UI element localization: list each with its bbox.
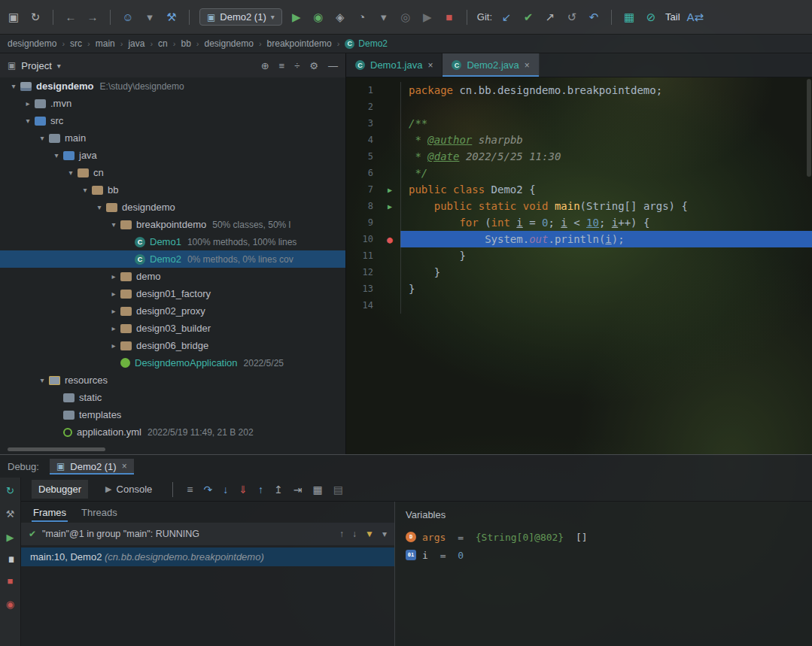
- code-area[interactable]: 1package cn.bb.designdemo.breakpointdemo…: [346, 77, 812, 454]
- chevron-right-icon[interactable]: ▸: [108, 290, 120, 298]
- breadcrumb-item[interactable]: designdemo: [205, 38, 254, 49]
- tree-item-main[interactable]: ▾main: [0, 129, 345, 147]
- tree-item-design06_bridge[interactable]: ▸design06_bridge: [0, 337, 345, 354]
- mute-breakpoints-icon[interactable]: ≡: [187, 484, 193, 496]
- code-line[interactable]: 14: [346, 297, 812, 314]
- git-rollback-icon[interactable]: ↶: [586, 11, 601, 24]
- save-all-icon[interactable]: ▣: [6, 11, 21, 24]
- user-icon[interactable]: ☺: [120, 11, 135, 23]
- variable-row-i[interactable]: 01i = 0: [406, 546, 801, 564]
- tree-item-src[interactable]: ▾src: [0, 112, 345, 129]
- collapse-all-icon[interactable]: ÷: [294, 60, 300, 71]
- editor-tab-Demo1.java[interactable]: CDemo1.java×: [346, 53, 442, 77]
- expand-all-icon[interactable]: ≡: [279, 60, 285, 71]
- force-step-into-icon[interactable]: ⇓: [239, 484, 248, 496]
- no-entry-icon[interactable]: ⊘: [643, 11, 658, 24]
- attach-icon[interactable]: ◎: [398, 11, 413, 24]
- coverage-icon[interactable]: ◈: [333, 11, 348, 24]
- code-line[interactable]: 1package cn.bb.designdemo.breakpointdemo…: [346, 82, 812, 99]
- git-update-icon[interactable]: ↙: [499, 11, 514, 24]
- next-frame-icon[interactable]: ↓: [352, 529, 357, 539]
- breakpoint-icon[interactable]: ●: [379, 234, 400, 245]
- tree-item-.mvn[interactable]: ▸.mvn: [0, 95, 345, 112]
- chevron-down-icon[interactable]: ▾: [22, 117, 34, 125]
- code-line[interactable]: 7▶public class Demo2 {: [346, 181, 812, 198]
- close-icon[interactable]: ×: [122, 461, 127, 472]
- thread-selector[interactable]: ✔ "main"@1 in group "main": RUNNING ↑↓▼▾: [21, 523, 394, 545]
- breadcrumb-item[interactable]: designdemo: [8, 38, 56, 49]
- editor-tab-Demo2.java[interactable]: CDemo2.java×: [442, 53, 539, 77]
- tree-item-DesigndemoApplication[interactable]: DesigndemoApplication2022/5/25: [0, 354, 345, 372]
- tool-box-icon[interactable]: ▦: [622, 11, 637, 24]
- code-line[interactable]: 10● System.out.println(i);: [346, 231, 812, 247]
- tree-item-Demo2[interactable]: CDemo20% methods, 0% lines cov: [0, 250, 345, 268]
- tree-item-bb[interactable]: ▾bb: [0, 181, 345, 199]
- tree-item-design02_proxy[interactable]: ▸design02_proxy: [0, 302, 345, 320]
- translate-icon[interactable]: A⇄: [687, 11, 704, 24]
- profiler-icon[interactable]: ◔: [354, 11, 370, 23]
- breadcrumb-item[interactable]: breakpointdemo: [267, 38, 332, 49]
- rerun-icon[interactable]: ↻: [6, 485, 14, 496]
- tree-item-Demo1[interactable]: CDemo1100% methods, 100% lines: [0, 233, 345, 250]
- filter-frames-icon[interactable]: ▼: [365, 529, 374, 539]
- editor-scrollbar[interactable]: [805, 77, 812, 454]
- tree-item-demo[interactable]: ▸demo: [0, 268, 345, 285]
- project-scrollbar[interactable]: [8, 447, 105, 451]
- code-line[interactable]: 3/**: [346, 115, 812, 132]
- git-commit-icon[interactable]: ✔: [521, 11, 536, 24]
- chevron-right-icon[interactable]: ▸: [108, 324, 120, 332]
- step-into-icon[interactable]: ↓: [223, 484, 228, 496]
- step-out-icon[interactable]: ↑: [258, 484, 263, 496]
- chevron-down-icon[interactable]: ▾: [93, 203, 105, 211]
- back-icon[interactable]: ←: [63, 11, 78, 23]
- tree-item-static[interactable]: static: [0, 389, 345, 406]
- tab-debugger[interactable]: Debugger: [32, 480, 88, 499]
- breadcrumb-item[interactable]: java: [128, 38, 144, 49]
- chevron-right-icon[interactable]: ▸: [22, 99, 34, 108]
- code-line[interactable]: 6 */: [346, 165, 812, 181]
- tree-item-designdemo[interactable]: ▾designdemoE:\study\designdemo: [0, 77, 345, 95]
- resume-icon[interactable]: ▶: [7, 532, 14, 543]
- chevron-right-icon[interactable]: ▸: [108, 272, 120, 281]
- profiler-dropdown-icon[interactable]: ▾: [376, 11, 391, 24]
- chevron-right-icon[interactable]: ▸: [108, 307, 120, 315]
- tab-frames[interactable]: Frames: [32, 503, 68, 522]
- frame-row[interactable]: main:10, Demo2 (cn.bb.designdemo.breakpo…: [21, 547, 394, 566]
- run-to-cursor-icon[interactable]: ⇥: [293, 484, 303, 496]
- locate-icon[interactable]: ⊕: [261, 60, 269, 71]
- breadcrumb-item[interactable]: main: [96, 38, 115, 49]
- chevron-down-icon[interactable]: ▾: [79, 186, 91, 194]
- tree-item-design03_builder[interactable]: ▸design03_builder: [0, 320, 345, 337]
- tree-item-java[interactable]: ▾java: [0, 147, 345, 164]
- evaluate-expression-icon[interactable]: ▦: [312, 484, 322, 496]
- tree-item-resources[interactable]: ▾resources: [0, 372, 345, 389]
- tree-item-application.yml[interactable]: application.yml2022/5/19 11:49, 21 B 202: [0, 423, 345, 441]
- run-icon[interactable]: ▶: [289, 11, 304, 24]
- tree-item-designdemo[interactable]: ▾designdemo: [0, 199, 345, 216]
- chevron-down-icon[interactable]: ▾: [57, 62, 61, 70]
- breadcrumb-item[interactable]: cn: [158, 38, 168, 49]
- hide-panel-icon[interactable]: —: [328, 60, 338, 71]
- close-icon[interactable]: ×: [427, 60, 433, 71]
- settings-gear-icon[interactable]: ⚙: [309, 60, 318, 71]
- run-marker-icon[interactable]: ▶: [379, 186, 400, 194]
- chevron-right-icon[interactable]: ▸: [108, 341, 120, 350]
- build-icon[interactable]: ⚒: [164, 11, 179, 24]
- step-over-icon[interactable]: ↷: [203, 484, 212, 496]
- chevron-down-icon[interactable]: ▾: [36, 376, 48, 384]
- drop-frame-icon[interactable]: ↥: [274, 484, 283, 496]
- tree-item-design01_factory[interactable]: ▸design01_factory: [0, 285, 345, 302]
- code-line[interactable]: 9 for (int i = 0; i < 10; i++) {: [346, 214, 812, 231]
- debug-icon[interactable]: ◉: [311, 11, 326, 24]
- tree-item-templates[interactable]: templates: [0, 406, 345, 423]
- tree-item-cn[interactable]: ▾cn: [0, 164, 345, 181]
- code-line[interactable]: 13}: [346, 281, 812, 297]
- chevron-down-icon[interactable]: ▾: [36, 134, 48, 142]
- close-icon[interactable]: ×: [525, 60, 530, 71]
- forward-icon[interactable]: →: [85, 11, 100, 23]
- chevron-down-icon[interactable]: ▾: [50, 151, 62, 159]
- wrench-icon[interactable]: ⚒: [6, 508, 15, 520]
- pause-icon[interactable]: ▮▮: [8, 555, 12, 563]
- view-breakpoints-icon[interactable]: ◉: [6, 599, 14, 610]
- stop-icon[interactable]: ■: [442, 11, 457, 23]
